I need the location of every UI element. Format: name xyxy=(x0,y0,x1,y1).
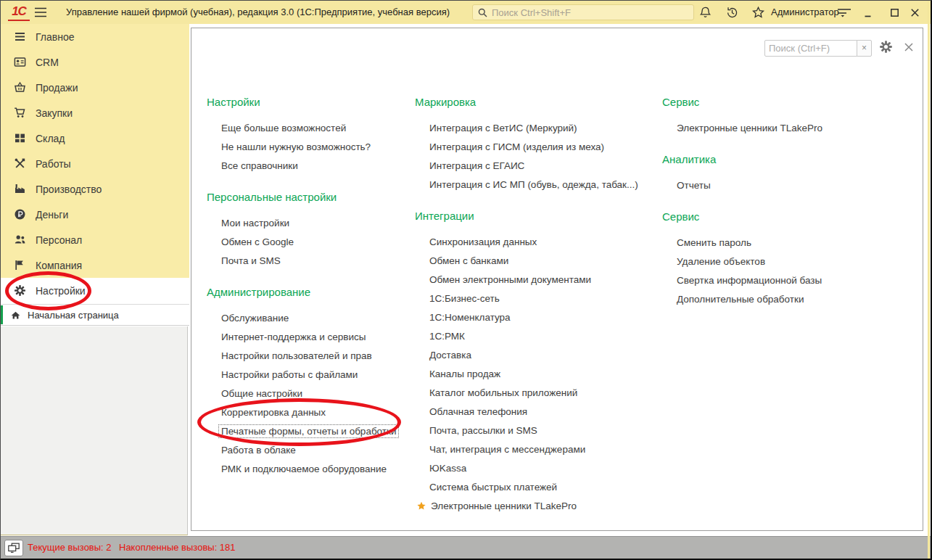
function-link[interactable]: Обслуживание xyxy=(207,309,399,328)
home-page-tab[interactable]: Начальная страница xyxy=(1,304,189,326)
function-link-label: Каналы продаж xyxy=(429,368,500,379)
function-link[interactable]: Обмен с Google xyxy=(207,233,399,252)
function-link[interactable]: Мои настройки xyxy=(207,214,399,233)
function-link[interactable]: Все справочники xyxy=(207,157,399,176)
panel-close-icon[interactable] xyxy=(904,42,914,52)
favorite-star-icon xyxy=(416,501,426,511)
gear-icon xyxy=(14,284,26,297)
sidebar-item-warehouse[interactable]: Склад xyxy=(1,125,189,151)
function-link[interactable]: 1С:Номенклатура xyxy=(415,308,638,327)
maximize-button[interactable] xyxy=(888,7,901,19)
global-search[interactable] xyxy=(472,4,694,20)
sidebar-item-company[interactable]: Компания xyxy=(1,252,189,278)
function-link-label: Настройки пользователей и прав xyxy=(221,350,372,361)
function-link-label: Чат, интеграция с мессенджерами xyxy=(429,444,585,455)
ruble-icon xyxy=(14,208,26,221)
function-link[interactable]: Работа в облаке xyxy=(207,441,399,460)
function-link[interactable]: Система быстрых платежей xyxy=(415,478,638,497)
function-link-label: Общие настройки xyxy=(221,388,302,399)
performance-indicators-button[interactable] xyxy=(4,540,23,556)
function-link[interactable]: Доставка xyxy=(415,346,638,365)
panel-search-clear-button[interactable]: × xyxy=(857,40,872,57)
function-link[interactable]: Синхронизация данных xyxy=(415,233,638,252)
function-link[interactable]: Настройки работы с файлами xyxy=(207,366,399,384)
function-link[interactable]: Корректировка данных xyxy=(207,403,399,422)
sidebar-item-label: Персонал xyxy=(36,234,82,246)
function-link[interactable]: Обмен электронными документами xyxy=(415,271,638,289)
function-link[interactable]: Удаление объектов xyxy=(662,252,822,271)
function-link[interactable]: 1С:РМК xyxy=(415,327,638,346)
function-link[interactable]: Интернет-поддержка и сервисы xyxy=(207,328,399,347)
sidebar-item-label: Настройки xyxy=(36,285,86,297)
function-section: СервисСменить парольУдаление объектовСве… xyxy=(662,210,822,309)
function-link[interactable]: Настройки пользователей и прав xyxy=(207,347,399,366)
function-link-label: Обслуживание xyxy=(221,313,289,324)
function-link[interactable]: Интеграция с ГИСМ (изделия из меха) xyxy=(415,138,638,157)
function-link[interactable]: Каталог мобильных приложений xyxy=(415,384,638,403)
function-link-label: Работа в облаке xyxy=(221,445,296,456)
service-menu-icon[interactable] xyxy=(836,7,852,18)
function-link[interactable]: Интеграция с ВетИС (Меркурий) xyxy=(415,119,638,138)
function-link[interactable]: Почта и SMS xyxy=(207,252,399,271)
flag-icon xyxy=(14,259,26,271)
close-window-button[interactable] xyxy=(909,7,921,19)
function-section: НастройкиЕще больше возможностейНе нашли… xyxy=(207,95,399,176)
function-link-label: ЮKassa xyxy=(429,463,466,474)
sidebar-item-settings[interactable]: Настройки xyxy=(1,278,189,303)
section-title: Администрирование xyxy=(207,285,399,300)
function-link-label: Электронные ценники TLakePro xyxy=(677,123,822,133)
function-link[interactable]: Каналы продаж xyxy=(415,365,638,384)
main-menu-icon[interactable] xyxy=(34,7,47,18)
function-link[interactable]: РМК и подключаемое оборудование xyxy=(207,460,399,479)
notifications-bell-icon[interactable] xyxy=(698,6,712,20)
function-link[interactable]: Свертка информационной базы xyxy=(662,271,822,290)
function-link[interactable]: Почта, рассылки и SMS xyxy=(415,421,638,440)
sidebar-item-main[interactable]: Главное xyxy=(1,24,189,49)
favorites-star-icon[interactable] xyxy=(751,6,765,20)
function-link[interactable]: Обмен с банками xyxy=(415,252,638,271)
function-link[interactable]: Сменить пароль xyxy=(662,234,822,252)
sidebar-item-sales[interactable]: Продажи xyxy=(1,75,189,100)
function-link-label: 1С:РМК xyxy=(429,331,465,342)
function-link-label: Интеграция с ВетИС (Меркурий) xyxy=(429,123,577,133)
panel-search[interactable] xyxy=(764,40,857,57)
function-section: МаркировкаИнтеграция с ВетИС (Меркурий)И… xyxy=(415,95,638,194)
function-link[interactable]: Интеграция с ЕГАИС xyxy=(415,157,638,176)
sidebar-item-purchases[interactable]: Закупки xyxy=(1,100,189,125)
panel-search-input[interactable] xyxy=(769,43,853,54)
global-search-input[interactable] xyxy=(492,7,689,18)
app-window: 1С Управление нашей фирмой (учебная), ре… xyxy=(0,0,932,560)
function-link[interactable]: Дополнительные обработки xyxy=(662,290,822,309)
function-link-label: Удаление объектов xyxy=(677,256,765,267)
function-link[interactable]: Общие настройки xyxy=(207,384,399,403)
function-link[interactable]: ЮKassa xyxy=(415,459,638,478)
sidebar-item-money[interactable]: Деньги xyxy=(1,202,189,227)
panel-settings-gear-icon[interactable] xyxy=(879,40,893,54)
sidebar-item-crm[interactable]: CRM xyxy=(1,49,189,75)
function-link[interactable]: Облачная телефония xyxy=(415,403,638,421)
function-link[interactable]: Не нашли нужную возможность? xyxy=(207,138,399,157)
sidebar-item-personnel[interactable]: Персонал xyxy=(1,227,189,252)
function-link[interactable]: Интеграция с ИС МП (обувь, одежда, табак… xyxy=(415,176,638,194)
current-user[interactable]: Администратор xyxy=(771,1,839,24)
section-title: Сервис xyxy=(662,95,822,110)
function-link[interactable]: Чат, интеграция с мессенджерами xyxy=(415,440,638,459)
function-link[interactable]: 1С:Бизнес-сеть xyxy=(415,289,638,308)
functions-panel: × НастройкиЕще больше возможностейНе наш… xyxy=(191,28,923,531)
function-link-label: Облачная телефония xyxy=(429,406,527,417)
sidebar-item-label: Компания xyxy=(36,260,82,271)
function-link-label: Дополнительные обработки xyxy=(677,294,804,305)
sidebar-item-production[interactable]: Производство xyxy=(1,176,189,202)
sidebar-item-works[interactable]: Работы xyxy=(1,151,189,176)
history-icon[interactable] xyxy=(725,6,739,20)
titlebar: 1С Управление нашей фирмой (учебная), ре… xyxy=(1,1,931,24)
function-link[interactable]: Печатные формы, отчеты и обработки xyxy=(207,422,399,441)
function-link[interactable]: Электронные ценники TLakePro xyxy=(415,497,638,516)
function-link[interactable]: Электронные ценники TLakePro xyxy=(662,119,822,138)
function-link-label: Настройки работы с файлами xyxy=(221,369,358,380)
function-link-label: Каталог мобильных приложений xyxy=(429,387,577,398)
function-link[interactable]: Отчеты xyxy=(662,176,822,195)
function-link-label: Печатные формы, отчеты и обработки xyxy=(218,424,399,438)
minimize-button[interactable] xyxy=(862,7,875,19)
function-link[interactable]: Еще больше возможностей xyxy=(207,119,399,138)
